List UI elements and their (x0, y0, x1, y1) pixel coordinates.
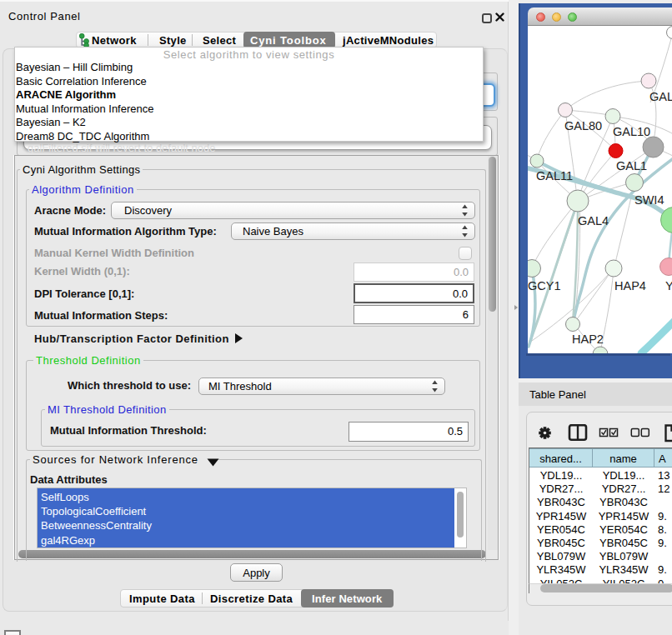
svg-text:HAP4: HAP4 (614, 279, 646, 292)
svg-text:GAL10: GAL10 (613, 125, 650, 138)
svg-text:HAP2: HAP2 (572, 332, 604, 346)
svg-text:GAL4: GAL4 (578, 214, 609, 228)
svg-text:GCY1: GCY1 (528, 279, 561, 292)
svg-text:GAL: GAL (649, 90, 672, 103)
svg-text:SWI4: SWI4 (634, 193, 664, 207)
svg-text:GAL1: GAL1 (616, 159, 647, 172)
svg-text:Y: Y (665, 279, 672, 292)
svg-text:GAL80: GAL80 (564, 119, 602, 132)
svg-text:GAL11: GAL11 (536, 169, 573, 182)
